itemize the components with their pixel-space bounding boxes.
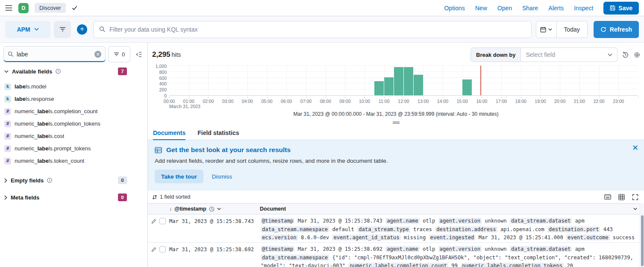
field-list: klabels.modelklabels.response#numeric_la… bbox=[0, 79, 147, 167]
clear-search-icon[interactable]: ✕ bbox=[94, 51, 101, 58]
data-view-label: APM bbox=[17, 26, 30, 33]
callout-title: Get the best look at your search results bbox=[166, 146, 291, 154]
x-axis-label: 17:00 bbox=[492, 99, 511, 104]
top-link-options[interactable]: Options bbox=[444, 5, 465, 12]
available-fields-header[interactable]: Available fields 7 bbox=[0, 62, 147, 79]
expand-row-icon[interactable] bbox=[151, 219, 156, 224]
save-button[interactable]: Save bbox=[603, 2, 639, 15]
axis-tick bbox=[540, 97, 541, 98]
table-row: Mar 31, 2023 @ 15:25:38.692@timestamp Ma… bbox=[148, 243, 644, 267]
scrollbar-thumb[interactable] bbox=[641, 215, 644, 266]
field-name-pill: ecs.version bbox=[261, 235, 298, 241]
empty-fields-label: Empty fields bbox=[11, 177, 44, 184]
axis-tick bbox=[423, 97, 423, 98]
histogram-plot[interactable] bbox=[169, 66, 638, 96]
y-axis-label: 800 bbox=[159, 70, 167, 75]
close-callout-icon[interactable]: ✕ bbox=[632, 144, 638, 152]
chart-options-gear-icon[interactable] bbox=[633, 51, 641, 59]
chevron-down-icon bbox=[217, 208, 221, 210]
axis-tick bbox=[404, 97, 404, 98]
field-item[interactable]: #numeric_labels.token_count bbox=[0, 155, 147, 167]
table-scrollbar[interactable] bbox=[640, 203, 644, 267]
tab-documents[interactable]: Documents bbox=[153, 126, 185, 140]
row-controls bbox=[148, 214, 169, 242]
dismiss-button[interactable]: Dismiss bbox=[212, 173, 232, 180]
field-filter-button[interactable]: 0 bbox=[108, 46, 130, 62]
field-item[interactable]: #numeric_labels.completion_count bbox=[0, 105, 147, 117]
sort-fields-button[interactable]: 1 field sorted bbox=[152, 194, 191, 200]
meta-fields-label: Meta fields bbox=[11, 194, 39, 201]
gridline bbox=[247, 66, 248, 95]
chart-resize-handle[interactable] bbox=[148, 119, 644, 126]
axis-tick bbox=[521, 97, 521, 98]
field-search-input[interactable] bbox=[17, 51, 91, 58]
document-column-header[interactable]: Document bbox=[260, 206, 644, 212]
sort-desc-icon: ↓ bbox=[169, 206, 172, 212]
top-link-open[interactable]: Open bbox=[497, 5, 512, 12]
histogram-bar[interactable] bbox=[394, 67, 403, 95]
top-link-inspect[interactable]: Inspect bbox=[574, 5, 593, 12]
refresh-button[interactable]: Refresh bbox=[594, 21, 639, 38]
field-name-pill: event.outcome bbox=[566, 235, 609, 241]
breakdown-select[interactable]: Break down by Select field bbox=[471, 47, 618, 62]
gridline bbox=[443, 66, 443, 95]
grid-toolbar: 1 field sorted bbox=[148, 191, 644, 203]
data-view-picker[interactable]: APM bbox=[5, 21, 50, 38]
empty-fields-header[interactable]: Empty fields 0 bbox=[0, 172, 147, 188]
keyboard-shortcuts-icon[interactable] bbox=[604, 194, 611, 200]
field-search-bar[interactable]: ✕ bbox=[3, 46, 106, 62]
filters-button[interactable] bbox=[54, 21, 71, 38]
top-link-new[interactable]: New bbox=[475, 5, 487, 12]
histogram-chart: 02004006008001,000 00:0001:0002:0003:000… bbox=[148, 63, 644, 109]
number-field-icon: # bbox=[4, 158, 11, 164]
x-axis-label: 21:00 bbox=[570, 99, 589, 104]
callout-body: Add relevant fields, reorder and sort co… bbox=[155, 158, 627, 164]
histogram-bar[interactable] bbox=[384, 77, 394, 95]
timestamp-cell: Mar 31, 2023 @ 15:25:38.692 bbox=[169, 243, 260, 267]
histogram-bar[interactable] bbox=[374, 81, 384, 95]
meta-fields-header[interactable]: Meta fields 0 bbox=[0, 188, 147, 205]
date-range-button[interactable]: Today bbox=[557, 21, 587, 38]
row-checkbox[interactable] bbox=[159, 218, 166, 224]
add-filter-button[interactable]: + bbox=[77, 24, 87, 35]
axis-tick bbox=[208, 97, 209, 98]
hits-word: hits bbox=[172, 51, 181, 58]
gridline bbox=[208, 66, 209, 95]
field-item[interactable]: #numeric_labels.cost bbox=[0, 130, 147, 142]
kql-search-bar[interactable] bbox=[93, 21, 532, 38]
breadcrumb[interactable]: Discover bbox=[35, 3, 66, 13]
collapse-sidebar-icon[interactable] bbox=[133, 49, 144, 60]
row-checkbox[interactable] bbox=[159, 246, 166, 252]
row-controls bbox=[148, 243, 169, 267]
display-options-icon[interactable] bbox=[618, 194, 625, 200]
expand-row-icon[interactable] bbox=[151, 247, 156, 252]
kql-search-input[interactable] bbox=[109, 26, 526, 33]
menu-hamburger-button[interactable] bbox=[5, 5, 12, 11]
field-item[interactable]: klabels.response bbox=[0, 93, 147, 105]
field-item[interactable]: klabels.model bbox=[0, 80, 147, 93]
y-axis-label: 400 bbox=[159, 81, 167, 86]
timestamp-column-header[interactable]: ↓ @timestamp bbox=[169, 206, 260, 212]
fullscreen-icon[interactable] bbox=[632, 194, 638, 200]
field-item[interactable]: #numeric_labels.completion_tokens bbox=[0, 117, 147, 130]
chevron-down-icon bbox=[608, 53, 612, 56]
tab-field-statistics[interactable]: Field statistics bbox=[197, 126, 239, 140]
field-name-pill: @timestamp bbox=[261, 246, 294, 252]
histogram-bar[interactable] bbox=[414, 75, 423, 95]
current-time-marker bbox=[480, 66, 481, 95]
gridline bbox=[521, 66, 521, 95]
chart-history-icon[interactable] bbox=[622, 51, 629, 59]
top-header: D Discover OptionsNewOpenShareAlertsInsp… bbox=[0, 0, 644, 16]
date-picker-button[interactable] bbox=[536, 21, 557, 38]
space-avatar[interactable]: D bbox=[18, 3, 29, 13]
field-name-pill: event.ingested bbox=[429, 235, 476, 241]
timestamp-cell: Mar 31, 2023 @ 15:25:38.743 bbox=[169, 214, 260, 242]
histogram-bar[interactable] bbox=[404, 67, 413, 95]
x-axis-label: 15:00 bbox=[453, 99, 472, 104]
field-item[interactable]: #numeric_labels.prompt_tokens bbox=[0, 142, 147, 155]
take-tour-button[interactable]: Take the tour bbox=[155, 170, 203, 183]
top-link-share[interactable]: Share bbox=[522, 5, 538, 12]
histogram-bar[interactable] bbox=[462, 79, 472, 95]
top-link-alerts[interactable]: Alerts bbox=[548, 5, 564, 12]
keyword-field-icon: k bbox=[4, 83, 11, 90]
